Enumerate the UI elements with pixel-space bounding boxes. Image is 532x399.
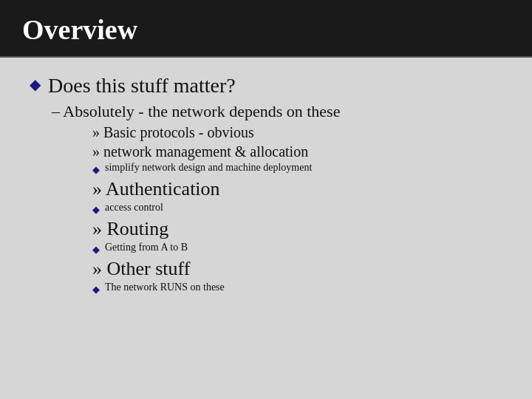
main-bullet-text: Does this stuff matter? bbox=[48, 74, 236, 98]
level3-getting-a-to-b: ◆ Getting from A to B bbox=[92, 242, 510, 256]
sub-dash-item: – Absolutely - the network depends on th… bbox=[52, 102, 510, 121]
sub-dash-text: – Absolutely - the network depends on th… bbox=[52, 102, 340, 120]
level3-simplify: ◆ simplify network design and machine de… bbox=[92, 162, 510, 176]
slide: Overview ◆ Does this stuff matter? – Abs… bbox=[0, 0, 532, 399]
level3-access-control-icon: ◆ bbox=[92, 204, 100, 216]
level3-simplify-text: simplify network design and machine depl… bbox=[105, 162, 312, 174]
level3-network-runs-text: The network RUNS on these bbox=[105, 282, 225, 293]
level2-other-stuff: » Other stuff bbox=[92, 258, 510, 280]
level2-routing: » Routing bbox=[92, 218, 510, 240]
level3-getting-icon: ◆ bbox=[92, 244, 100, 256]
content-area: ◆ Does this stuff matter? – Absolutely -… bbox=[0, 58, 532, 399]
level2-basic-protocols: » Basic protocols - obvious bbox=[92, 124, 510, 141]
level3-access-control-text: access control bbox=[105, 202, 163, 214]
level3-network-runs: ◆ The network RUNS on these bbox=[92, 282, 510, 296]
level2-other-stuff-text: » Other stuff bbox=[92, 258, 190, 279]
level3-simplify-icon: ◆ bbox=[92, 164, 100, 176]
level2-authentication: » Authentication bbox=[92, 178, 510, 200]
main-bullet: ◆ Does this stuff matter? bbox=[30, 74, 510, 98]
level3-access-control: ◆ access control bbox=[92, 202, 510, 216]
slide-title: Overview bbox=[22, 13, 510, 46]
main-bullet-icon: ◆ bbox=[30, 75, 41, 93]
title-bar: Overview bbox=[0, 0, 532, 58]
level2-network-management-text: » network management & allocation bbox=[92, 143, 308, 160]
level2-authentication-text: » Authentication bbox=[92, 178, 220, 200]
level2-basic-protocols-text: » Basic protocols - obvious bbox=[92, 124, 254, 140]
level2-network-management: » network management & allocation bbox=[92, 143, 510, 160]
level2-routing-text: » Routing bbox=[92, 218, 168, 239]
level3-network-runs-icon: ◆ bbox=[92, 284, 100, 296]
level3-getting-text: Getting from A to B bbox=[105, 242, 188, 253]
